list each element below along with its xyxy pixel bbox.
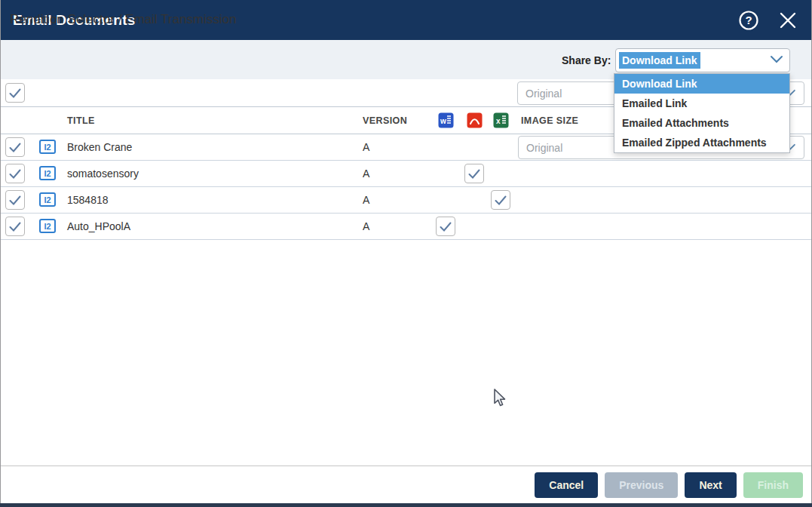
document-title: Broken Crane [67, 141, 132, 153]
share-by-label: Share By: [562, 54, 611, 66]
word-rendition-checkbox[interactable] [436, 217, 455, 236]
row-checkbox[interactable] [5, 164, 25, 183]
finish-button[interactable]: Finish [743, 472, 803, 498]
pdf-icon [467, 112, 483, 128]
row-checkbox[interactable] [5, 217, 25, 236]
dropdown-option-emailed-link[interactable]: Emailed Link [614, 94, 789, 113]
table-row: I2 Auto_HPoolA A [1, 214, 811, 240]
excel-rendition-checkbox[interactable] [491, 190, 510, 210]
dropdown-option-emailed-zipped-attachments[interactable]: Emailed Zipped Attachments [614, 133, 789, 152]
row-checkbox[interactable] [5, 190, 25, 210]
document-version: A [363, 141, 369, 153]
document-type-icon: I2 [39, 192, 56, 207]
page-title: Rendition Selector / Email Transmission [10, 12, 236, 27]
share-by-selected-value: Download Link [619, 52, 700, 69]
previous-button[interactable]: Previous [605, 472, 678, 498]
svg-text:w: w [440, 117, 446, 125]
next-button[interactable]: Next [685, 472, 736, 498]
chevron-down-icon [770, 54, 783, 67]
document-title: somatosensory [67, 167, 139, 180]
pdf-rendition-checkbox[interactable] [464, 164, 484, 183]
svg-text:x: x [496, 117, 501, 125]
document-type-icon: I2 [39, 219, 56, 233]
word-icon: w [438, 112, 454, 128]
svg-text:?: ? [745, 14, 752, 26]
document-title: Auto_HPoolA [67, 220, 130, 232]
close-icon[interactable] [777, 9, 799, 32]
document-title: 1584818 [67, 194, 109, 206]
bottom-edge [0, 503, 812, 507]
table-row: I2 somatosensory A [1, 161, 811, 187]
document-type-icon: I2 [39, 166, 56, 180]
column-header-image-size: IMAGE SIZE [521, 115, 578, 126]
dropdown-option-download-link[interactable]: Download Link [614, 74, 789, 94]
share-by-dropdown-list: Download Link Emailed Link Emailed Attac… [614, 73, 790, 153]
image-size-placeholder: Original [526, 142, 562, 154]
document-version: A [363, 220, 369, 232]
column-header-version: VERSION [363, 115, 407, 126]
table-row: I2 1584818 A [1, 187, 811, 214]
mouse-cursor [492, 389, 507, 408]
select-all-checkbox[interactable] [5, 83, 25, 103]
document-version: A [363, 194, 369, 206]
excel-icon: x [493, 112, 509, 128]
help-icon[interactable]: ? [737, 9, 760, 32]
email-documents-dialog: Email Documents ? Rendition Selector / E… [0, 0, 812, 507]
dialog-footer: Cancel Previous Next Finish [1, 466, 811, 503]
cancel-button[interactable]: Cancel [535, 472, 598, 498]
document-version: A [363, 167, 369, 180]
document-type-icon: I2 [39, 140, 56, 154]
row-checkbox[interactable] [5, 137, 25, 157]
dropdown-option-emailed-attachments[interactable]: Emailed Attachments [614, 113, 789, 133]
image-size-filter-placeholder: Original [526, 88, 562, 100]
column-header-title: TITLE [67, 115, 95, 126]
share-by-select[interactable]: Download Link [615, 48, 790, 72]
